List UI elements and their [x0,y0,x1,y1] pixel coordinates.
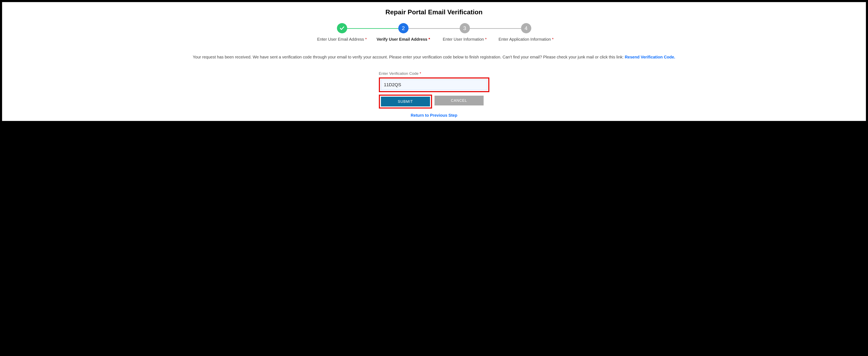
required-asterisk: * [429,37,430,41]
code-label-text: Enter Verification Code [379,71,418,76]
resend-verification-link[interactable]: Resend Verification Code. [625,55,675,59]
verification-panel: Repair Portal Email Verification Enter U… [2,2,866,121]
submit-highlight: SUBMIT [379,95,432,109]
return-previous-step-link[interactable]: Return to Previous Step [411,113,458,117]
verification-form: Enter Verification Code * SUBMIT CANCEL … [379,71,489,118]
instructions-text: Your request has been received. We have … [7,54,861,60]
required-asterisk: * [365,37,367,41]
step-label: Verify User Email Address * [377,37,430,42]
verification-code-input[interactable] [381,79,487,90]
step-number-icon: 2 [398,23,408,33]
required-asterisk: * [420,71,421,76]
submit-button[interactable]: SUBMIT [381,97,430,106]
step-1: Enter User Email Address * [311,23,373,42]
step-label-text: Enter Application Information [499,37,551,41]
step-number-icon: 4 [521,23,531,33]
step-label-text: Enter User Email Address [317,37,364,41]
step-label: Enter User Email Address * [317,37,367,42]
progress-stepper: Enter User Email Address * 2 Verify User… [291,23,577,42]
instructions-body: Your request has been received. We have … [193,55,625,59]
code-field-label: Enter Verification Code * [379,71,489,76]
step-3: 3 Enter User Information * [434,23,495,42]
step-label: Enter User Information * [443,37,487,42]
required-asterisk: * [552,37,554,41]
step-2: 2 Verify User Email Address * [373,23,434,42]
cancel-button[interactable]: CANCEL [435,96,484,105]
checkmark-icon [337,23,347,33]
step-label-text: Enter User Information [443,37,484,41]
page-title: Repair Portal Email Verification [5,8,863,16]
required-asterisk: * [485,37,487,41]
button-row: SUBMIT CANCEL [379,95,489,109]
step-label-text: Verify User Email Address [377,37,427,41]
code-input-highlight [379,77,489,92]
return-link-row: Return to Previous Step [379,113,489,118]
step-4: 4 Enter Application Information * [495,23,557,42]
step-label: Enter Application Information * [499,37,554,42]
step-number-icon: 3 [460,23,470,33]
